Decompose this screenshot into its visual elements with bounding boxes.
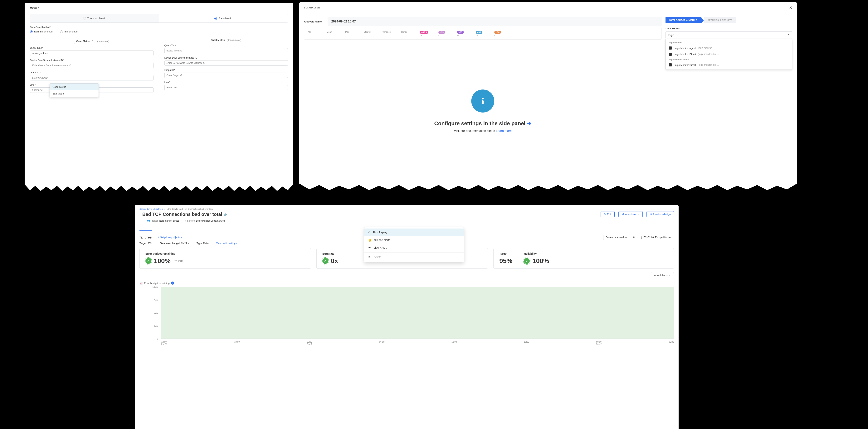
more-actions-menu: ⟲Run Replay 🔔Silence alerts 👁View YAML 🗑…	[364, 227, 464, 262]
tab-threshold[interactable]: Threshold Metric	[30, 14, 159, 23]
more-actions-button[interactable]: More actions⌄	[618, 211, 643, 217]
total-metric-column: Total Metric (denominator) Query Type De…	[159, 35, 293, 99]
dropdown-item[interactable]: Logic Monitor Direct (logic-monitor-dire…	[666, 51, 792, 57]
dropdown-item-bad[interactable]: Bad Metric	[50, 90, 98, 97]
chart-icon: 📈	[140, 282, 143, 285]
x-tick: 18:00	[524, 341, 529, 345]
tab-active[interactable]	[140, 225, 152, 231]
meta-value: Logic Monitor Direct Service	[196, 220, 225, 222]
card-value: 100%	[154, 257, 170, 265]
close-icon[interactable]: ✕	[789, 5, 792, 10]
device-ds-input[interactable]	[30, 63, 154, 68]
card-value: 95%	[499, 257, 513, 265]
previous-design-button[interactable]: ⟲Previous design	[647, 211, 674, 217]
stat-value: - -	[382, 33, 384, 36]
radio-incremental[interactable]: Incremental	[60, 30, 78, 33]
meta-value: 95%	[148, 242, 152, 245]
error-budget-chart: 100%75%50%25%0 12:00Aug 3118:0000:00Sep …	[140, 287, 674, 352]
slo-details-panel: Service Level Objectives › SLO details: …	[135, 205, 679, 429]
card-value: 100%	[532, 257, 549, 265]
x-tick: 12:00	[452, 341, 457, 345]
stat-item: Variance- -	[382, 31, 397, 37]
total-metric-label: Total Metric	[211, 39, 225, 41]
pencil-icon: ✎	[158, 236, 159, 239]
target-icon: ◎	[184, 220, 186, 222]
dropdown-item[interactable]: Logic Monitor Direct (logic-monitor-dire…	[666, 62, 792, 68]
chevron-right-icon[interactable]: ›	[140, 213, 141, 216]
budget-meta: Total error budget: 2h 24m	[160, 242, 189, 245]
check-icon	[146, 258, 151, 264]
y-tick: 25%	[154, 325, 158, 327]
numerator-hint: (numerator)	[97, 40, 109, 43]
time-window-select[interactable]: Current time window	[603, 235, 629, 240]
query-type-input[interactable]	[164, 48, 288, 54]
device-ds-label: Device Data Source Instance ID	[30, 59, 154, 62]
meta-key: Service:	[187, 220, 195, 222]
svg-marker-0	[25, 184, 293, 192]
stats-row: Min- -Mean- -Max- -StdDev- -Variance- -R…	[304, 28, 662, 39]
data-source-select[interactable]: logic ⌃	[665, 32, 792, 39]
card-title: Target	[499, 252, 513, 255]
timezone-select[interactable]: (UTC+02:00) Europe/Warsaw	[639, 235, 674, 240]
dropdown-group-label: logic-monitor	[666, 40, 792, 45]
breadcrumb-root[interactable]: Service Level Objectives	[140, 208, 162, 210]
svg-rect-2	[482, 100, 484, 104]
view-metric-settings-link[interactable]: View metric settings	[216, 242, 237, 245]
target-meta: Target: 95%	[140, 242, 152, 245]
good-metric-dropdown: Good Metric Bad Metric	[50, 84, 99, 97]
stat-item: p90- -	[476, 31, 490, 37]
dropdown-item-good[interactable]: Good Metric	[50, 84, 98, 90]
link-label: Set primary objective	[160, 236, 182, 239]
edit-button[interactable]: ✎Edit	[600, 211, 615, 217]
menu-run-replay[interactable]: ⟲Run Replay	[364, 229, 464, 236]
stat-item: p99.9- -	[420, 31, 434, 37]
set-primary-link[interactable]: ✎Set primary objective	[158, 236, 182, 239]
copy-icon[interactable]: ⧉	[633, 236, 635, 239]
eye-icon: 👁	[368, 246, 371, 249]
y-axis: 100%75%50%25%0	[140, 287, 161, 339]
radio-non-incremental[interactable]: Non-incremental	[30, 30, 53, 33]
percentile-pill: p95	[457, 31, 464, 34]
info-icon[interactable]: i	[171, 282, 174, 285]
device-ds-label: Device Data Source Instance ID	[164, 57, 288, 59]
tab-ratio[interactable]: Ratio Metric	[159, 14, 288, 23]
menu-label: Delete	[373, 256, 381, 259]
good-metric-select[interactable]: Good Metric ⌃	[74, 39, 95, 44]
annotations-button[interactable]: Annotations ⌄	[651, 272, 674, 278]
graph-id-input[interactable]	[164, 73, 288, 78]
tab-label: Threshold Metric	[87, 17, 106, 20]
select-label: Good Metric	[76, 40, 90, 43]
menu-delete[interactable]: 🗑Delete	[364, 253, 464, 261]
meta-key: Target:	[140, 242, 147, 245]
page-title: › Bad TCP Connections bad over total 🔗	[140, 211, 227, 217]
link-icon[interactable]: 🔗	[224, 213, 227, 216]
chevron-down-icon: ⌄	[669, 274, 671, 276]
card-value: 0x	[331, 257, 338, 265]
analysis-name-value[interactable]: 2024-09-02 10:07	[328, 17, 662, 26]
graph-id-label: Graph ID	[30, 71, 154, 74]
chevron-down-icon: ⌄	[637, 213, 640, 216]
stat-item: p50- -	[494, 31, 509, 37]
x-tick: 00:00Sep 1	[307, 341, 312, 345]
device-ds-input[interactable]	[164, 60, 288, 66]
radio-label: Non-incremental	[34, 30, 53, 33]
radio-label: Incremental	[64, 30, 78, 33]
line-input[interactable]	[164, 85, 288, 90]
stat-item: p99- -	[438, 31, 453, 37]
query-type-input[interactable]	[30, 51, 154, 56]
graph-id-input[interactable]	[30, 75, 154, 80]
menu-silence-alerts[interactable]: 🔔Silence alerts	[364, 236, 464, 244]
step-settings[interactable]: SETTINGS & RESULTS	[704, 17, 736, 23]
stat-value: - -	[364, 33, 366, 36]
card-target-reliability: Target 95% Reliability 100%	[493, 248, 674, 269]
torn-edge	[299, 184, 797, 191]
learn-more-link[interactable]: Learn more	[496, 129, 512, 132]
x-tick: 12:00Aug 31	[161, 341, 167, 345]
radio-icon	[83, 17, 86, 20]
step-data-source[interactable]: DATA SOURCE & METRIC	[665, 17, 701, 23]
dropdown-item[interactable]: Logic Monitor agent (logic-monitor)	[666, 45, 792, 51]
menu-view-yaml[interactable]: 👁View YAML	[364, 244, 464, 252]
breadcrumb-current: SLO details: Bad TCP Connections bad ove…	[167, 208, 213, 210]
menu-label: Silence alerts	[374, 238, 390, 241]
meta-value: Ratio	[203, 242, 209, 245]
